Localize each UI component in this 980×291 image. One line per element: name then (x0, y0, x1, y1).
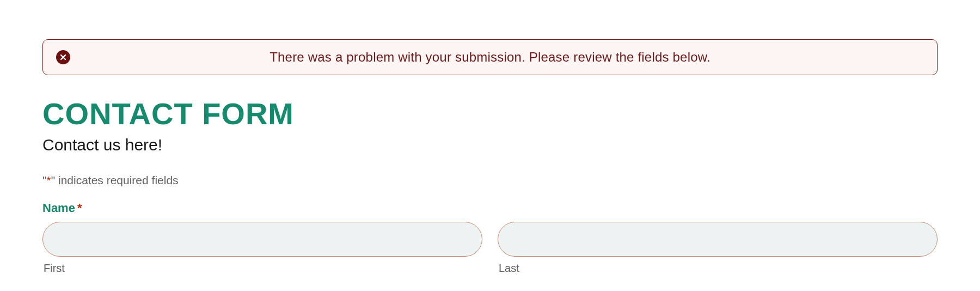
error-message: There was a problem with your submission… (70, 50, 924, 65)
error-banner: There was a problem with your submission… (42, 39, 938, 75)
quote-close: " (51, 174, 55, 186)
last-name-input[interactable] (498, 222, 938, 257)
name-required-mark: * (77, 201, 82, 215)
error-icon (56, 50, 70, 64)
last-name-sublabel: Last (498, 262, 938, 275)
name-field-label: Name* (42, 201, 938, 215)
first-name-column: First (42, 222, 482, 275)
page-title: CONTACT FORM (42, 96, 938, 131)
last-name-column: Last (498, 222, 938, 275)
required-fields-note: "*" indicates required fields (42, 174, 938, 187)
name-label-text: Name (42, 201, 75, 215)
first-name-input[interactable] (42, 222, 482, 257)
name-input-row: First Last (42, 222, 938, 275)
required-note-text: indicates required fields (55, 174, 178, 186)
first-name-sublabel: First (42, 262, 482, 275)
page-subtitle: Contact us here! (42, 136, 938, 154)
required-asterisk: * (46, 174, 51, 186)
